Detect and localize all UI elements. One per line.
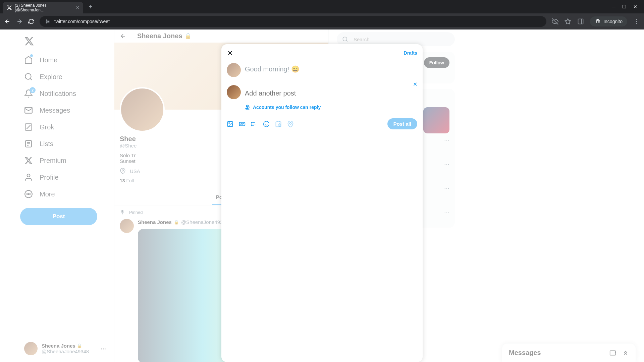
svg-point-42: [264, 121, 269, 127]
svg-point-41: [252, 125, 252, 126]
url-text: twitter.com/compose/tweet: [54, 19, 110, 24]
url-bar[interactable]: twitter.com/compose/tweet: [40, 16, 546, 27]
forward-button[interactable]: [16, 18, 23, 25]
avatar: [227, 85, 241, 99]
tab-close-icon[interactable]: ×: [76, 5, 79, 11]
emoji-icon[interactable]: [263, 121, 270, 127]
svg-point-33: [229, 122, 230, 123]
maximize-icon[interactable]: ❐: [622, 4, 627, 9]
back-button[interactable]: [4, 18, 11, 25]
browser-tab[interactable]: (2) Sheena Jones (@SheenaJon… ×: [3, 2, 83, 13]
compose-post-1[interactable]: Good morning! 😄: [227, 59, 417, 81]
browser-toolbar: twitter.com/compose/tweet Incognito: [0, 13, 644, 29]
browser-chrome: (2) Sheena Jones (@SheenaJon… × + ─ ❐ ✕ …: [0, 0, 644, 29]
svg-point-5: [46, 22, 47, 23]
svg-point-10: [636, 19, 637, 20]
post-all-button[interactable]: Post all: [387, 118, 417, 129]
svg-point-3: [46, 20, 47, 21]
minimize-icon[interactable]: ─: [612, 4, 615, 9]
compose-toolbar: GIF Post all: [227, 114, 417, 129]
eye-off-icon[interactable]: [552, 18, 558, 25]
gif-icon[interactable]: GIF: [239, 121, 246, 127]
tab-title: (2) Sheena Jones (@SheenaJon…: [15, 3, 73, 12]
site-settings-icon[interactable]: [45, 19, 50, 24]
compose-input-2[interactable]: [245, 85, 417, 99]
compose-post-2[interactable]: ✕: [227, 81, 417, 103]
schedule-icon[interactable]: [275, 121, 282, 127]
compose-text-1[interactable]: Good morning! 😄: [245, 63, 417, 77]
user-check-icon: [245, 105, 250, 110]
tab-bar: (2) Sheena Jones (@SheenaJon… × + ─ ❐ ✕: [0, 0, 644, 13]
location-icon[interactable]: [287, 121, 294, 127]
svg-point-4: [48, 21, 49, 22]
svg-line-48: [279, 125, 280, 125]
panel-icon[interactable]: [577, 18, 584, 25]
reply-setting[interactable]: Accounts you follow can reply: [227, 103, 417, 114]
new-tab-button[interactable]: +: [86, 2, 95, 12]
bookmark-star-icon[interactable]: [565, 18, 571, 25]
avatar: [227, 63, 241, 77]
svg-marker-7: [565, 19, 571, 24]
reload-button[interactable]: [28, 18, 34, 24]
svg-text:GIF: GIF: [240, 123, 244, 125]
svg-point-40: [252, 124, 252, 124]
modal-header: Drafts: [227, 47, 417, 59]
drafts-link[interactable]: Drafts: [404, 50, 417, 56]
svg-point-39: [252, 122, 252, 123]
close-icon[interactable]: [227, 50, 233, 56]
media-icon[interactable]: [227, 121, 233, 127]
menu-icon[interactable]: [633, 18, 640, 25]
window-controls: ─ ❐ ✕: [612, 4, 641, 9]
svg-rect-8: [578, 19, 583, 24]
incognito-badge[interactable]: Incognito: [590, 16, 627, 26]
poll-icon[interactable]: [251, 121, 258, 127]
x-favicon: [7, 5, 12, 10]
svg-point-12: [636, 23, 637, 24]
app-root: Home Explore 2 Notifications Messages Gr…: [0, 29, 644, 362]
remove-post-icon[interactable]: ✕: [413, 81, 417, 87]
svg-point-31: [246, 105, 248, 107]
svg-point-11: [636, 21, 637, 22]
toolbar-right-icons: Incognito: [552, 16, 640, 26]
compose-modal: Drafts Good morning! 😄 ✕ Accounts you fo…: [221, 44, 423, 362]
svg-point-49: [290, 122, 291, 124]
close-window-icon[interactable]: ✕: [633, 4, 637, 9]
